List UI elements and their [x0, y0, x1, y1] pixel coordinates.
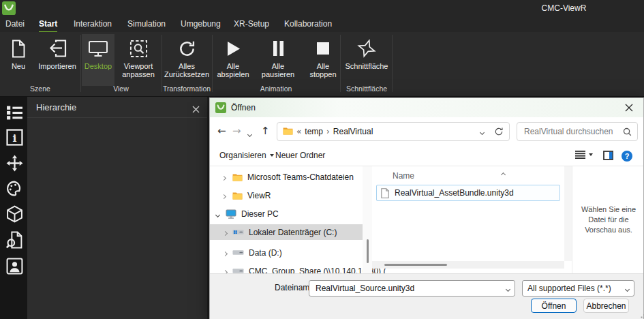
tab-simulation[interactable]: Simulation [127, 19, 166, 31]
open-file-dialog: Öffnen ← → ↑ « temp › RealVirtual [209, 97, 644, 319]
file-list-scrollbar-gutter[interactable] [564, 166, 572, 261]
import-button-label: Importieren [37, 62, 78, 70]
group-label-transformation: Transformation [159, 85, 214, 94]
up-arrow-icon[interactable]: ↑ [261, 125, 270, 137]
open-button[interactable]: Öffnen [531, 299, 577, 313]
screen: CMC-ViewR Datei Start Interaktion Simula… [0, 0, 644, 319]
filename-dropdown-chevron-icon[interactable] [506, 284, 510, 293]
tree-item-group-share[interactable]: CMC_Group_Share (\\10.140.10.30) ( [210, 263, 363, 273]
forward-arrow-icon[interactable]: → [232, 125, 241, 137]
hierarchy-list-icon[interactable] [5, 104, 23, 121]
file-search-icon[interactable] [5, 231, 23, 249]
address-dropdown-chevron-icon[interactable] [480, 127, 484, 136]
play-all-button-label: Alle abspielen [214, 62, 252, 79]
reset-all-button[interactable]: Alles Zurücksetzen [164, 34, 210, 86]
tab-kollaboration[interactable]: Kollaboration [284, 19, 332, 31]
stop-all-button[interactable]: Alle stoppen [304, 34, 342, 86]
recent-locations-chevron-icon[interactable] [248, 129, 251, 138]
section-plane-button-label: Schnittfläche [343, 62, 390, 70]
import-button[interactable]: Importieren [37, 34, 78, 86]
hierarchy-close-icon[interactable] [192, 104, 200, 111]
breadcrumb-overflow[interactable]: « [296, 127, 301, 136]
preview-pane-toggle[interactable] [603, 151, 613, 160]
address-bar[interactable]: « temp › RealVirtual [277, 122, 510, 141]
resize-grip[interactable] [639, 314, 640, 316]
view-mode-button[interactable] [575, 151, 593, 159]
window-title: CMC-ViewR [532, 3, 596, 13]
pause-all-button-label: Alle pausieren [258, 62, 298, 79]
drive-icon [232, 267, 244, 273]
tree-scrollbar[interactable] [363, 166, 372, 273]
palette-icon[interactable] [5, 179, 23, 197]
organize-caret-icon [270, 154, 274, 157]
search-input[interactable] [523, 126, 623, 137]
viewport-fit-button-label: Viewport anpassen [117, 62, 159, 79]
tree-item-viewr[interactable]: ViewR [210, 187, 363, 203]
tab-interaktion[interactable]: Interaktion [74, 19, 112, 31]
dialog-titlebar: Öffnen [210, 98, 643, 117]
group-label-animation: Animation [212, 85, 340, 94]
hierarchy-panel-header: Hierarchie [27, 97, 207, 118]
tree-scrollbar-thumb[interactable] [367, 239, 369, 263]
file-list-horizontal-scrollbar[interactable] [372, 261, 564, 269]
section-plane-button[interactable]: Schnittfläche [343, 34, 390, 86]
dialog-close-icon[interactable] [619, 98, 639, 117]
new-button-label: Neu [3, 62, 34, 70]
desktop-button[interactable]: Desktop [82, 34, 114, 86]
filetype-dropdown[interactable]: All supported Files (*.*) [522, 280, 634, 297]
group-separator [80, 35, 81, 92]
tab-datei[interactable]: Datei [5, 19, 25, 31]
info-icon[interactable]: i [5, 128, 23, 146]
folder-icon [283, 127, 293, 137]
viewport-fit-button[interactable]: Viewport anpassen [117, 34, 159, 86]
tree-item-teams-chatdateien[interactable]: Microsoft Teams-Chatdateien [210, 169, 363, 185]
tree-item-label: ViewR [247, 191, 271, 200]
column-header-name[interactable]: Name [393, 171, 414, 181]
help-button[interactable]: ? [622, 151, 632, 162]
folder-icon [232, 192, 243, 200]
breadcrumb-realvirtual[interactable]: RealVirtual [333, 127, 373, 136]
filename-input[interactable] [314, 283, 502, 294]
search-box [517, 122, 638, 141]
tab-start[interactable]: Start [39, 19, 57, 33]
preview-placeholder-text: Wählen Sie eine Datei für die Vorschau a… [572, 204, 643, 235]
expand-chevron-icon[interactable] [221, 175, 226, 180]
ribbon: Neu Importieren Desktop Viewport anpasse… [0, 32, 644, 97]
tree-item-drive-d[interactable]: Data (D:) [210, 245, 363, 260]
horizontal-scrollbar-thumb[interactable] [384, 264, 447, 266]
folder-tree: Microsoft Teams-Chatdateien ViewR Dieser… [210, 166, 363, 273]
organize-button-label: Organisieren [219, 151, 266, 160]
new-folder-button[interactable]: Neuer Ordner [275, 151, 325, 160]
open-button-label: Öffnen [542, 301, 566, 311]
tree-item-dieser-pc[interactable]: Dieser PC [210, 206, 363, 222]
cancel-button[interactable]: Abbrechen [583, 299, 629, 313]
computer-icon [226, 209, 236, 219]
tree-item-drive-c[interactable]: Lokaler Datenträger (C:) [210, 224, 363, 240]
play-icon [214, 36, 252, 61]
cube-icon[interactable] [5, 205, 23, 223]
desktop-button-label: Desktop [82, 62, 114, 70]
back-arrow-icon[interactable]: ← [217, 125, 226, 137]
pause-all-button[interactable]: Alle pausieren [258, 34, 298, 86]
help-icon: ? [622, 151, 632, 162]
collapse-chevron-icon[interactable] [215, 212, 220, 217]
expand-chevron-icon[interactable] [223, 251, 228, 256]
new-button[interactable]: Neu [3, 34, 34, 86]
expand-chevron-icon[interactable] [223, 230, 228, 235]
cancel-button-label: Abbrechen [586, 301, 626, 311]
tool-sidebar: i [0, 97, 27, 319]
new-document-icon [3, 36, 34, 61]
organize-button[interactable]: Organisieren [219, 151, 274, 160]
move-icon[interactable] [5, 154, 23, 172]
expand-chevron-icon[interactable] [221, 194, 226, 198]
tab-umgebung[interactable]: Umgebung [181, 19, 221, 31]
breadcrumb-temp[interactable]: temp [305, 127, 323, 136]
refresh-icon[interactable] [494, 127, 504, 136]
tab-xr-setup[interactable]: XR-Setup [234, 19, 269, 31]
app-logo-icon [2, 1, 16, 15]
play-all-button[interactable]: Alle abspielen [214, 34, 252, 86]
file-row[interactable]: RealVirtual_AssetBundle.unity3d [376, 185, 560, 201]
ribbon-tab-bar: Datei Start Interaktion Simulation Umgeb… [0, 17, 644, 32]
sort-ascending-icon[interactable] [502, 169, 505, 179]
person-icon[interactable] [5, 257, 23, 275]
